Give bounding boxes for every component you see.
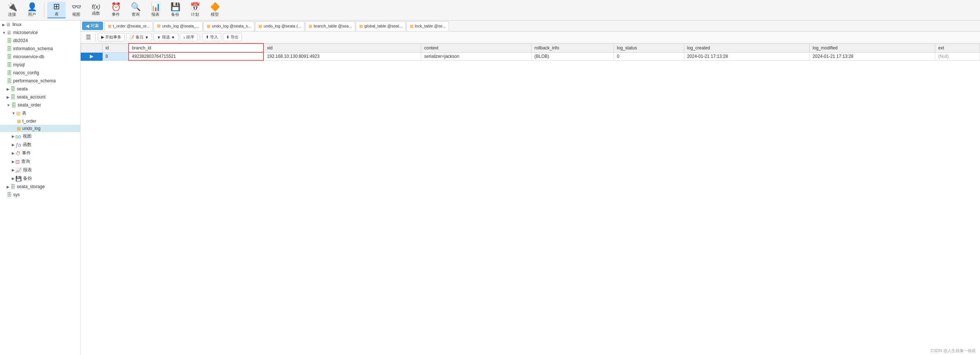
sidebar-item-views-folder[interactable]: oo 视图 bbox=[0, 132, 80, 141]
expand-arrow-seata-storage bbox=[6, 185, 10, 189]
sort-label: 排序 bbox=[186, 35, 194, 40]
toolbar-schedule[interactable]: 📅 计划 bbox=[186, 2, 204, 18]
cell-context[interactable]: serializer=jackson bbox=[421, 52, 531, 60]
sidebar-item-undo-log[interactable]: ▦ undo_log bbox=[0, 125, 80, 132]
sidebar-item-backups-folder[interactable]: 💾 备份 bbox=[0, 174, 80, 182]
cell-rollback-info[interactable]: (BLOB) bbox=[531, 52, 614, 60]
toolbar-connect[interactable]: 🔌 连接 bbox=[3, 2, 21, 18]
model-label: 模型 bbox=[211, 12, 219, 17]
tab-label-undo-log-2: undo_log @seata_s... bbox=[212, 24, 251, 28]
db-icon-seata-account: 🗄 bbox=[10, 94, 15, 100]
sort-button[interactable]: ↕ 排序 bbox=[180, 33, 198, 41]
import-button[interactable]: ⬆ 导入 bbox=[202, 33, 221, 41]
table-icon-t-order: ▦ bbox=[17, 119, 21, 124]
db-icon-seata-order: 🗄 bbox=[11, 102, 16, 108]
cell-log-modified[interactable]: 2024-01-21 17:13:28 bbox=[810, 52, 935, 60]
sidebar-item-db2024[interactable]: 🗄 db2024 bbox=[0, 36, 80, 44]
sidebar-item-funcs-folder[interactable]: ƒo 函数 bbox=[0, 141, 80, 149]
cell-log-status[interactable]: 0 bbox=[614, 52, 684, 60]
sidebar-item-performance-schema[interactable]: 🗄 performance_schema bbox=[0, 77, 80, 85]
import-label: 导入 bbox=[210, 35, 218, 40]
toolbar-report[interactable]: 📊 报表 bbox=[146, 2, 165, 18]
tab-icon-undo-log-1: ▦ bbox=[157, 24, 161, 28]
report-label: 报表 bbox=[151, 12, 159, 17]
table-row[interactable]: ▶ 8 492382803764715521 192.168.10.130:80… bbox=[81, 52, 980, 60]
toolbar-query[interactable]: 🔍 查询 bbox=[126, 2, 145, 18]
cell-log-created[interactable]: 2024-01-21 17:13:28 bbox=[684, 52, 810, 60]
sidebar-item-events-folder[interactable]: ⏱ 事件 bbox=[0, 149, 80, 157]
connect-icon: 🔌 bbox=[7, 3, 17, 11]
filter-icon: ▼ bbox=[157, 35, 161, 40]
sidebar-label-seata-order: seata_order bbox=[18, 103, 41, 108]
toolbar-model[interactable]: 🔶 模型 bbox=[205, 2, 224, 18]
toolbar-backup[interactable]: 💾 备份 bbox=[166, 2, 185, 18]
cell-id[interactable]: 8 bbox=[102, 52, 129, 60]
view-icon: 👓 bbox=[72, 3, 81, 11]
sidebar-label-events: 事件 bbox=[22, 150, 31, 156]
th-id[interactable]: id bbox=[102, 44, 129, 52]
menu-icon[interactable]: ☰ bbox=[84, 33, 93, 41]
sidebar-item-information-schema[interactable]: 🗄 information_schema bbox=[0, 44, 80, 53]
comment-label: 备注 bbox=[135, 35, 144, 40]
toolbar-user[interactable]: 👤 用户 bbox=[23, 2, 41, 18]
th-log-modified[interactable]: log_modified bbox=[810, 44, 935, 52]
expand-arrow-linux bbox=[2, 23, 5, 27]
th-ext[interactable]: ext bbox=[935, 44, 980, 52]
toolbar-view[interactable]: 👓 视图 bbox=[67, 2, 85, 18]
expand-arrow-reports bbox=[12, 168, 15, 172]
tab-undo-log-2[interactable]: ▦ undo_log @seata_s... bbox=[204, 21, 255, 31]
tab-undo-log-3[interactable]: ▦ undo_log @seata (... bbox=[255, 21, 304, 31]
events-folder-icon: ⏱ bbox=[15, 151, 21, 156]
sidebar-label-backups: 备份 bbox=[23, 175, 32, 182]
tab-global-table[interactable]: ▦ global_table @seat... bbox=[356, 21, 406, 31]
sidebar-item-nacos-config[interactable]: 🗄 nacos_config bbox=[0, 69, 80, 77]
tab-label-undo-log-1: undo_log @seata_... bbox=[162, 24, 199, 28]
expand-arrow-seata bbox=[6, 87, 10, 91]
toolbar-function[interactable]: f(x) 函数 bbox=[87, 3, 105, 17]
tab-t-order[interactable]: ▦ t_order @seata_or... bbox=[105, 21, 153, 31]
th-xid[interactable]: xid bbox=[264, 44, 421, 52]
sidebar-item-seata[interactable]: 🗄 seata bbox=[0, 85, 80, 93]
tab-branch-table[interactable]: ▦ branch_table @sea... bbox=[305, 21, 355, 31]
tab-icon-t-order: ▦ bbox=[108, 24, 111, 29]
cell-xid[interactable]: 192.168.10.130:8091:4923 bbox=[264, 52, 421, 60]
sidebar-item-mysql[interactable]: 🗄 mysql bbox=[0, 61, 80, 69]
sidebar-item-tables-folder[interactable]: ⊞ 表 bbox=[0, 109, 80, 117]
toolbar-table[interactable]: ⊞ 表 bbox=[47, 2, 65, 18]
sidebar-item-reports-folder[interactable]: 📈 报表 bbox=[0, 166, 80, 174]
comment-button[interactable]: 📝 备注 ▼ bbox=[126, 33, 152, 41]
sidebar-item-microservice-db[interactable]: 🗄 microservice-db bbox=[0, 53, 80, 61]
th-log-created[interactable]: log_created bbox=[684, 44, 810, 52]
tab-undo-log-1[interactable]: ▦ undo_log @seata_... bbox=[154, 21, 203, 31]
begin-tx-button[interactable]: ▶ 开始事务 bbox=[98, 33, 125, 41]
sidebar-item-seata-account[interactable]: 🗄 seata_account bbox=[0, 93, 80, 101]
expand-arrow-seata-account bbox=[6, 95, 10, 99]
sidebar-item-t-order[interactable]: ▦ t_order bbox=[0, 117, 80, 125]
toolbar-event[interactable]: ⏰ 事件 bbox=[107, 2, 125, 18]
cell-branch-id[interactable]: 492382803764715521 bbox=[129, 52, 264, 60]
tab-label-branch-table: branch_table @sea... bbox=[314, 24, 352, 28]
action-sep-1 bbox=[95, 34, 95, 41]
tab-lock-table[interactable]: ▦ lock_table @se... bbox=[406, 21, 449, 31]
cell-ext[interactable]: (Null) bbox=[935, 52, 980, 60]
objects-tab-button[interactable]: ◀ 对象 bbox=[82, 22, 103, 30]
filter-button[interactable]: ▼ 筛选 ▼ bbox=[154, 33, 178, 41]
schedule-label: 计划 bbox=[191, 12, 199, 17]
db-icon-microservice-db: 🗄 bbox=[6, 54, 12, 60]
sidebar-item-microservice[interactable]: 🖥 microservice bbox=[0, 29, 80, 36]
th-context[interactable]: context bbox=[421, 44, 531, 52]
sidebar-item-seata-storage[interactable]: 🗄 seata_storage bbox=[0, 182, 80, 191]
back-arrow-icon: ◀ bbox=[86, 24, 89, 29]
sidebar-label-tables: 表 bbox=[22, 110, 26, 116]
sidebar-item-seata-order[interactable]: 🗄 seata_order bbox=[0, 101, 80, 109]
objects-tab-label: 对象 bbox=[91, 23, 99, 29]
sidebar-item-linux[interactable]: 🖥 linux bbox=[0, 21, 80, 29]
action-sep-2 bbox=[200, 34, 200, 41]
sidebar-item-sys[interactable]: 🗄 sys bbox=[0, 191, 80, 199]
sidebar-item-queries-folder[interactable]: ⊡ 查询 bbox=[0, 157, 80, 166]
th-log-status[interactable]: log_status bbox=[614, 44, 684, 52]
th-branch-id[interactable]: branch_id bbox=[129, 44, 264, 52]
export-button[interactable]: ⬇ 导出 bbox=[223, 33, 242, 41]
th-rollback-info[interactable]: rollback_info bbox=[531, 44, 614, 52]
expand-arrow-tables bbox=[12, 111, 15, 115]
